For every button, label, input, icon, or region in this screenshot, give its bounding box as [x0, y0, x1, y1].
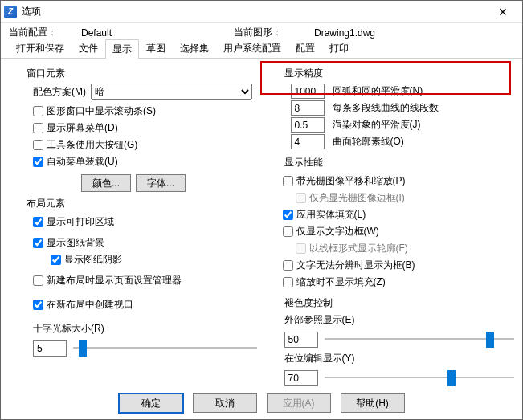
crosshair-size-label: 十字光标大小(R) [33, 322, 257, 336]
group-fade-control: 褪色度控制 [284, 296, 515, 310]
polyline-segments-input[interactable]: 8 [291, 100, 325, 116]
tab-selection[interactable]: 选择集 [173, 39, 216, 58]
cancel-button[interactable]: 取消 [193, 393, 257, 413]
group-display-performance: 显示性能 [284, 156, 515, 169]
checkbox-printable-area[interactable] [33, 217, 43, 227]
xref-fade-label: 外部参照显示(E) [284, 313, 515, 327]
tab-file[interactable]: 文件 [72, 39, 105, 58]
checkbox-text-outline[interactable] [283, 226, 293, 237]
label-solid-fill: 应用实体填充(L) [296, 208, 366, 222]
tab-display[interactable]: 显示 [105, 39, 139, 59]
label-auto-menu: 自动菜单装载(U) [47, 155, 118, 169]
group-layout-elements: 布局元素 [27, 197, 257, 210]
tab-user-config[interactable]: 用户系统配置 [216, 39, 288, 58]
checkbox-scrollbars[interactable] [33, 106, 43, 116]
checkbox-paper-bg[interactable] [33, 238, 43, 248]
label-scrollbars: 图形窗口中显示滚动条(S) [47, 104, 156, 118]
checkbox-auto-menu[interactable] [33, 157, 43, 167]
checkbox-panzoom-raster[interactable] [283, 176, 293, 186]
xref-fade-slider[interactable] [325, 330, 515, 349]
checkbox-highlight-raster-frame [296, 193, 306, 203]
arc-smoothness-input[interactable]: 1000 [291, 84, 325, 99]
apply-button[interactable]: 应用(A) [267, 393, 331, 413]
inplace-fade-label: 在位编辑显示(Y) [284, 352, 515, 365]
checkbox-pagesetup[interactable] [33, 275, 43, 286]
label-nofill-zoom: 缩放时不显示填充(Z) [296, 275, 386, 289]
checkbox-nofill-zoom[interactable] [283, 277, 293, 287]
label-create-viewport: 在新布局中创建视口 [47, 298, 133, 312]
help-button[interactable]: 帮助(H) [341, 393, 405, 413]
inplace-fade-slider[interactable] [325, 369, 515, 388]
group-window-elements: 窗口元素 [27, 67, 257, 80]
current-drawing-value: Drawing1.dwg [314, 27, 467, 39]
close-icon[interactable]: ✕ [487, 1, 519, 23]
label-text-boxes: 文字无法分辨时显示为框(B) [296, 259, 415, 272]
color-scheme-label: 配色方案(M) [33, 85, 86, 99]
current-config-label: 当前配置： [9, 26, 81, 39]
tab-open-save[interactable]: 打开和保存 [9, 39, 72, 58]
color-button[interactable]: 颜色... [81, 174, 131, 192]
checkbox-screen-menu[interactable] [33, 123, 43, 133]
label-wireframe-silhouette: 以线框形式显示轮廓(F) [309, 242, 408, 255]
crosshair-size-slider[interactable] [73, 339, 257, 358]
window-title: 选项 [22, 5, 41, 18]
label-big-buttons: 工具条使用大按钮(G) [47, 138, 137, 152]
polyline-segments-label: 每条多段线曲线的线段数 [333, 101, 439, 115]
ok-button[interactable]: 确定 [119, 393, 183, 413]
label-panzoom-raster: 带光栅图像平移和缩放(P) [296, 174, 406, 188]
tab-print[interactable]: 打印 [322, 39, 356, 58]
surface-contour-label: 曲面轮廓素线(O) [333, 135, 404, 149]
app-icon: Z [4, 6, 17, 18]
label-printable-area: 显示可打印区域 [47, 215, 114, 229]
group-display-precision: 显示精度 [284, 67, 515, 80]
checkbox-create-viewport[interactable] [33, 300, 43, 310]
checkbox-wireframe-silhouette [296, 243, 306, 254]
crosshair-size-input[interactable]: 5 [33, 340, 67, 357]
checkbox-solid-fill[interactable] [283, 210, 293, 220]
checkbox-big-buttons[interactable] [33, 140, 43, 150]
titlebar: Z 选项 ✕ [1, 1, 522, 23]
checkbox-text-boxes[interactable] [283, 260, 293, 271]
tab-sketch[interactable]: 草图 [139, 39, 173, 58]
label-paper-bg: 显示图纸背景 [47, 236, 104, 250]
font-button[interactable]: 字体... [136, 174, 186, 192]
tabstrip: 打开和保存 文件 显示 草图 选择集 用户系统配置 配置 打印 [1, 41, 522, 59]
label-pagesetup: 新建布局时显示页面设置管理器 [47, 274, 182, 287]
color-scheme-select[interactable]: 暗 [91, 84, 252, 100]
label-text-outline: 仅显示文字边框(W) [296, 225, 379, 239]
render-smoothness-label: 渲染对象的平滑度(J) [333, 118, 421, 132]
label-screen-menu: 显示屏幕菜单(D) [47, 121, 118, 135]
checkbox-paper-shadow[interactable] [51, 255, 61, 265]
label-highlight-raster-frame: 仅亮显光栅图像边框(I) [309, 191, 405, 205]
current-drawing-label: 当前图形： [234, 26, 314, 39]
surface-contour-input[interactable]: 4 [291, 134, 325, 149]
label-paper-shadow: 显示图纸阴影 [64, 253, 122, 267]
xref-fade-input[interactable]: 50 [284, 332, 318, 348]
tab-config[interactable]: 配置 [288, 39, 322, 58]
current-config-value: Default [81, 27, 234, 39]
render-smoothness-input[interactable]: 0.5 [291, 117, 325, 133]
dialog-footer: 确定 取消 应用(A) 帮助(H) [1, 393, 522, 413]
arc-smoothness-label: 圆弧和圆的平滑度(N) [333, 84, 423, 98]
inplace-fade-input[interactable]: 70 [284, 370, 318, 386]
